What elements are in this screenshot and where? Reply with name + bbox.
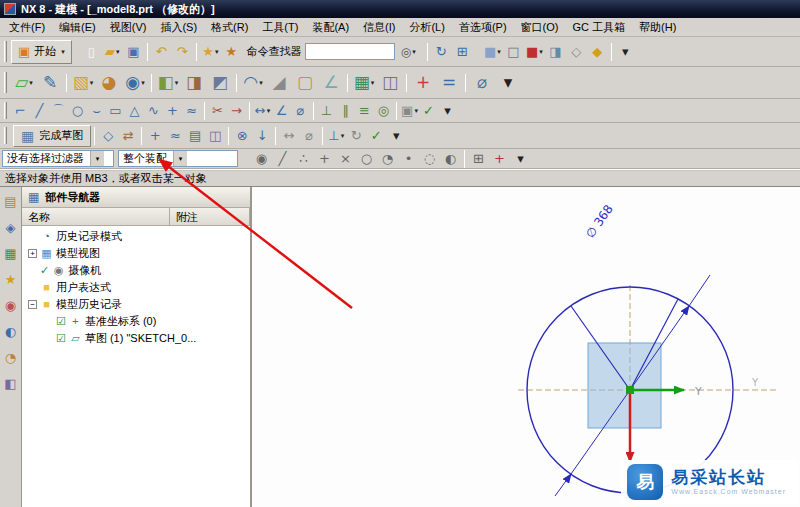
point-icon[interactable]: +: [163, 101, 182, 120]
point-on-curve-icon[interactable]: ◌: [419, 148, 440, 169]
intersection-point-icon[interactable]: ⊗: [232, 126, 252, 146]
task-environment-icon[interactable]: ★▾: [200, 41, 221, 62]
pattern-curve-icon[interactable]: ▤: [185, 126, 205, 146]
menu-item[interactable]: 分析(L): [402, 18, 451, 37]
datum-csys-icon[interactable]: +: [410, 70, 436, 96]
display-dimensions-icon[interactable]: ⌀: [299, 126, 319, 146]
parallel-constraint-icon[interactable]: ∥: [336, 101, 355, 120]
toolbar-grip[interactable]: [4, 72, 7, 94]
navigator-tree-row[interactable]: ■用户表达式: [22, 279, 250, 296]
sketch-icon[interactable]: ✎: [37, 70, 63, 96]
profile-icon[interactable]: ⌐: [11, 101, 30, 120]
quick-dimension-icon[interactable]: ↔▾: [253, 101, 272, 120]
title-bar[interactable]: NX 8 - 建模 - [_model8.prt （修改的）]: [0, 0, 800, 18]
arc-center-icon[interactable]: ○: [356, 148, 377, 169]
extrude-icon[interactable]: ▧▾: [70, 70, 96, 96]
toolbar-grip[interactable]: [4, 102, 7, 118]
constraint-navigator-icon[interactable]: ◈: [2, 218, 20, 236]
existing-point-icon[interactable]: •: [398, 148, 419, 169]
toolbar-overflow-icon[interactable]: ▾: [438, 101, 457, 120]
undo-icon[interactable]: ↶: [151, 41, 172, 62]
hole-icon[interactable]: ◉▾: [122, 70, 148, 96]
offset-curve-icon[interactable]: ≈: [165, 126, 185, 146]
intersect-icon[interactable]: ◩: [207, 70, 233, 96]
web-browser-icon[interactable]: ◐: [2, 322, 20, 340]
sketch-face-square[interactable]: [588, 343, 661, 428]
menu-item[interactable]: 插入(S): [153, 18, 204, 37]
reattach-sketch-icon[interactable]: ⇄: [118, 126, 138, 146]
toolbar-overflow-icon[interactable]: ▾: [495, 70, 521, 96]
menu-item[interactable]: 视图(V): [103, 18, 154, 37]
fillet-icon[interactable]: ⌣: [87, 101, 106, 120]
toolbar-overflow-icon[interactable]: ▾: [386, 126, 406, 146]
orient-view-icon[interactable]: ■▾: [524, 41, 545, 62]
edge-blend-icon[interactable]: ◠▾: [240, 70, 266, 96]
roles-icon[interactable]: ◧: [2, 374, 20, 392]
visualize-icon[interactable]: ★: [221, 41, 242, 62]
reuse-library-icon[interactable]: ★: [2, 270, 20, 288]
start-button[interactable]: ▣ 开始 ▾: [11, 40, 72, 64]
control-point-icon[interactable]: +: [314, 148, 335, 169]
menu-item[interactable]: GC 工具箱: [565, 18, 632, 37]
hd3d-tools-icon[interactable]: ◉: [2, 296, 20, 314]
part-navigator-icon[interactable]: ▦: [2, 244, 20, 262]
unite-icon[interactable]: ◧▾: [155, 70, 181, 96]
chamfer-icon[interactable]: ◢: [266, 70, 292, 96]
part-navigator-header[interactable]: ▦ 部件导航器: [22, 187, 250, 208]
revolve-icon[interactable]: ◕: [96, 70, 122, 96]
show-constraints-icon[interactable]: ▣▾: [400, 101, 419, 120]
tree-expander[interactable]: −: [28, 300, 37, 309]
geometric-constraint-icon[interactable]: ⊥▾: [326, 126, 346, 146]
draft-icon[interactable]: ∠: [318, 70, 344, 96]
history-palette-icon[interactable]: ◔: [2, 348, 20, 366]
menu-item[interactable]: 窗口(O): [514, 18, 566, 37]
selection-scope-dropdown[interactable]: 整个装配 ▾: [118, 150, 238, 167]
subtract-icon[interactable]: ◨: [181, 70, 207, 96]
orient-sketch-icon[interactable]: ◇: [98, 126, 118, 146]
tree-expander[interactable]: +: [28, 249, 37, 258]
angle-dimension-icon[interactable]: ∠: [272, 101, 291, 120]
rectangle-icon[interactable]: ▭: [106, 101, 125, 120]
coincident-constraint-icon[interactable]: ◎: [374, 101, 393, 120]
sketch-point-icon[interactable]: +: [145, 126, 165, 146]
datum-plane-icon[interactable]: ▱▾: [11, 70, 37, 96]
project-curve-icon[interactable]: ↓: [252, 126, 272, 146]
tree-checkbox[interactable]: ☑: [56, 333, 66, 344]
auto-constrain-icon[interactable]: ✓: [419, 101, 438, 120]
toolbar-overflow-icon[interactable]: ▾: [615, 41, 636, 62]
shaded-view-icon[interactable]: ■▾: [482, 41, 503, 62]
wireframe-view-icon[interactable]: □: [503, 41, 524, 62]
snap-point-icon[interactable]: ◉: [251, 148, 272, 169]
menu-item[interactable]: 文件(F): [2, 18, 52, 37]
perpendicular-constraint-icon[interactable]: ⊥: [317, 101, 336, 120]
column-header-name[interactable]: 名称: [22, 208, 170, 226]
update-model-icon[interactable]: ✓: [366, 126, 386, 146]
menu-item[interactable]: 装配(A): [305, 18, 356, 37]
spline-icon[interactable]: ∿: [144, 101, 163, 120]
toolbar-grip[interactable]: [4, 127, 7, 145]
navigator-tree-row[interactable]: −■模型历史记录: [22, 296, 250, 313]
sketch-origin-marker[interactable]: [626, 386, 634, 394]
navigator-tree-row[interactable]: ◔历史记录模式: [22, 228, 250, 245]
menu-item[interactable]: 首选项(P): [452, 18, 514, 37]
line-icon[interactable]: ╱: [30, 101, 49, 120]
graphics-window[interactable]: ∅ 368 Y Y: [252, 187, 800, 507]
intersection-point-icon[interactable]: ×: [335, 148, 356, 169]
quadrant-point-icon[interactable]: ◔: [377, 148, 398, 169]
shell-icon[interactable]: ▢: [292, 70, 318, 96]
toolbar-overflow-icon[interactable]: ▾: [510, 148, 531, 169]
new-file-icon[interactable]: ▯: [81, 41, 102, 62]
command-finder-search-icon[interactable]: ◎▾: [398, 41, 419, 62]
diameter-dimension-icon[interactable]: ⌀: [291, 101, 310, 120]
isometric-view-icon[interactable]: ◆: [587, 41, 608, 62]
offset-curve-icon[interactable]: ≈: [182, 101, 201, 120]
arc-icon[interactable]: ⌒: [49, 101, 68, 120]
polygon-icon[interactable]: △: [125, 101, 144, 120]
circle-icon[interactable]: ○: [68, 101, 87, 120]
magnify-region-icon[interactable]: ⊞: [468, 148, 489, 169]
animate-dimension-icon[interactable]: ↻: [346, 126, 366, 146]
navigator-tree-row[interactable]: +▦模型视图: [22, 245, 250, 262]
equal-constraint-icon[interactable]: ≡: [355, 101, 374, 120]
menu-item[interactable]: 编辑(E): [52, 18, 103, 37]
mirror-feature-icon[interactable]: ◫: [377, 70, 403, 96]
